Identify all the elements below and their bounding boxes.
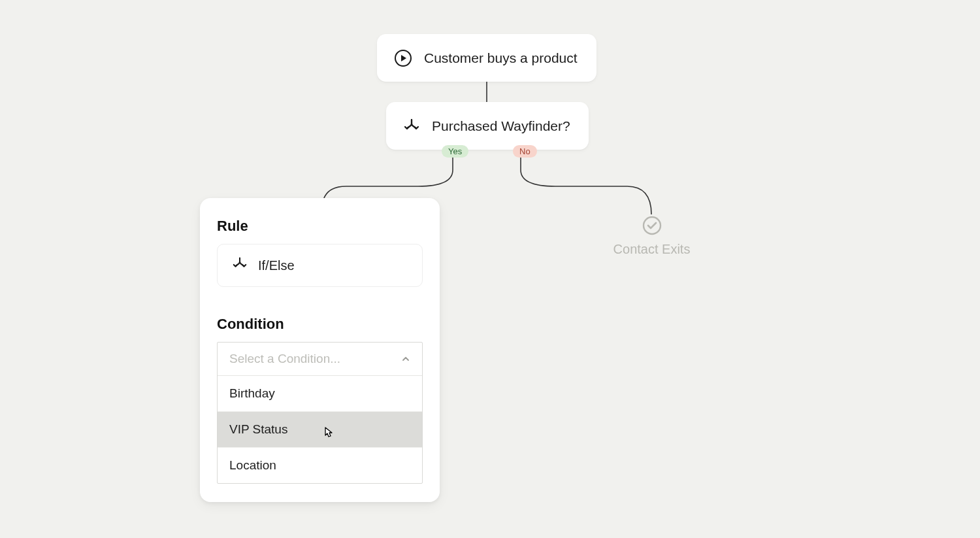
trigger-node[interactable]: Customer buys a product — [377, 34, 596, 82]
split-icon — [232, 256, 248, 275]
condition-option[interactable]: Location — [218, 447, 422, 483]
check-circle-icon — [641, 214, 663, 237]
branch-no-pill: No — [513, 145, 537, 158]
rule-type-box[interactable]: If/Else — [217, 244, 423, 287]
condition-section-title: Condition — [217, 316, 423, 333]
chevron-up-icon — [401, 354, 410, 363]
condition-options-list: BirthdayVIP StatusLocation — [218, 376, 422, 483]
split-icon — [403, 118, 420, 135]
condition-select-header[interactable]: Select a Condition... — [218, 343, 422, 376]
pointer-cursor-icon — [320, 424, 337, 445]
decision-label: Purchased Wayfinder? — [432, 118, 570, 134]
condition-select[interactable]: Select a Condition... BirthdayVIP Status… — [217, 342, 423, 484]
decision-node[interactable]: Purchased Wayfinder? — [386, 102, 589, 150]
condition-option[interactable]: VIP Status — [218, 411, 422, 447]
workflow-canvas[interactable]: { "nodes": { "trigger": { "label": "Cust… — [0, 0, 980, 538]
rule-config-panel: Rule If/Else Condition Select a Conditio… — [200, 198, 440, 502]
rule-type-label: If/Else — [258, 258, 295, 273]
play-circle-icon — [394, 49, 412, 67]
branch-yes-pill: Yes — [442, 145, 468, 158]
contact-exits-node: Contact Exits — [611, 214, 693, 257]
trigger-label: Customer buys a product — [424, 50, 578, 66]
rule-section-title: Rule — [217, 218, 423, 235]
condition-placeholder: Select a Condition... — [229, 352, 340, 366]
exit-label: Contact Exits — [611, 242, 693, 257]
condition-option[interactable]: Birthday — [218, 376, 422, 411]
svg-point-1 — [644, 217, 661, 234]
